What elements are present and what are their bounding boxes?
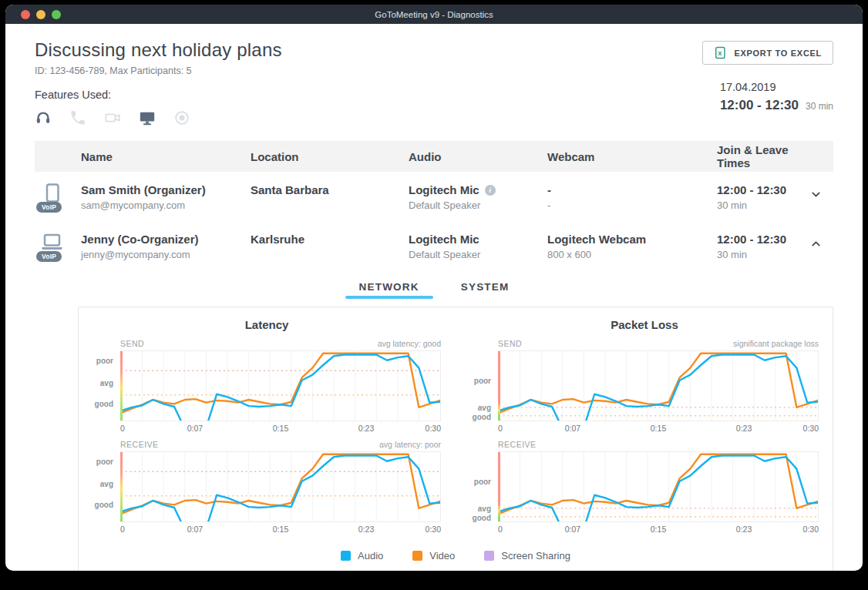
audio-device: Logitech Mic <box>409 233 547 246</box>
column-header-times: Join & Leave Times <box>717 143 809 169</box>
x-axis-labels: 00:070:150:230:30 <box>120 421 441 434</box>
plot-direction-label: SEND <box>498 339 522 348</box>
webcam-device: Logitech Webcam <box>547 233 717 246</box>
packet-loss-chart-group: Packet Loss SEND significant package los… <box>470 318 819 541</box>
plot-direction-label: RECEIVE <box>498 440 537 449</box>
tab-network[interactable]: NETWORK <box>356 281 422 299</box>
chevron-down-icon <box>809 188 823 201</box>
phone-icon <box>69 109 86 126</box>
column-header-webcam: Webcam <box>547 150 717 163</box>
plot-annotation: significant package loss <box>733 339 819 348</box>
x-axis-tick: 0:15 <box>651 424 666 433</box>
audio-device: Logitech Mic <box>409 183 479 196</box>
session-datetime: 17.04.2019 12:00 - 12:30 30 min <box>720 81 833 113</box>
participant-email: jenny@mycompany.com <box>81 249 251 260</box>
y-axis-label: avg <box>478 403 491 411</box>
quality-gradient-bar <box>120 351 123 421</box>
x-axis-tick: 0:30 <box>426 525 441 534</box>
x-axis-tick: 0:07 <box>187 424 203 433</box>
app-window: GoToMeeting v9 - Diagnostics Discussing … <box>5 5 863 571</box>
chart-plot: pooravggood <box>120 451 441 522</box>
chart-plot: pooravggood <box>498 451 819 522</box>
quality-gradient-bar <box>498 452 500 521</box>
join-leave-time: 12:00 - 12:30 <box>717 233 809 246</box>
x-axis-labels: 00:070:150:230:30 <box>120 522 441 535</box>
table-row[interactable]: VoIP Sam Smith (Organizer) sam@mycompany… <box>35 172 833 221</box>
webcam-device: - <box>547 183 717 196</box>
minimize-window-icon[interactable] <box>36 10 45 19</box>
audio-swatch <box>341 551 351 561</box>
latency-send-chart: SEND avg latency: good pooravggood 00:07… <box>93 339 441 434</box>
maximize-window-icon[interactable] <box>52 10 61 19</box>
tab-system[interactable]: SYSTEM <box>458 281 513 299</box>
headset-icon <box>35 109 52 126</box>
x-axis-tick: 0:15 <box>273 525 288 534</box>
participant-location: Santa Barbara <box>251 183 409 196</box>
excel-file-icon: x <box>714 46 727 59</box>
x-axis-tick: 0:30 <box>426 424 441 433</box>
x-axis-tick: 0:07 <box>187 525 203 534</box>
network-diagnostics-panel: Latency SEND avg latency: good pooravggo… <box>78 307 833 571</box>
y-axis-labels: pooravggood <box>93 351 117 421</box>
y-axis-label: poor <box>96 457 113 465</box>
column-header-name: Name <box>81 150 251 163</box>
legend-item-video: Video <box>412 550 455 562</box>
x-axis-tick: 0:23 <box>736 424 752 433</box>
export-to-excel-button[interactable]: x EXPORT TO EXCEL <box>702 41 833 65</box>
legend-item-screen-sharing: Screen Sharing <box>484 550 570 562</box>
join-leave-time: 12:00 - 12:30 <box>717 183 809 196</box>
info-icon[interactable]: i <box>485 185 496 196</box>
chevron-up-icon <box>809 237 823 250</box>
y-axis-label: good <box>473 513 491 521</box>
webcam-resolution: 800 x 600 <box>547 249 717 260</box>
voip-badge: VoIP <box>36 251 62 263</box>
x-axis-tick: 0:30 <box>803 525 819 534</box>
expand-row-button[interactable] <box>809 188 833 204</box>
y-axis-label: poor <box>474 477 491 485</box>
device-phone-icon: VoIP <box>39 182 66 210</box>
webcam-resolution: - <box>547 199 717 211</box>
features-label: Features Used: <box>35 89 833 101</box>
session-date: 17.04.2019 <box>720 81 833 93</box>
window-controls <box>21 10 61 19</box>
plot-direction-label: SEND <box>120 339 144 348</box>
y-axis-label: good <box>95 501 113 509</box>
y-axis-label: poor <box>96 356 113 364</box>
voip-badge: VoIP <box>36 202 62 213</box>
y-axis-label: good <box>473 412 491 421</box>
x-axis-tick: 0:23 <box>358 525 374 534</box>
packet-loss-send-chart: SEND significant package loss pooravggoo… <box>470 339 819 434</box>
y-axis-labels: pooravggood <box>93 452 117 521</box>
webcam-icon <box>104 109 121 126</box>
x-axis-tick: 0 <box>120 525 125 534</box>
meeting-meta: ID: 123-456-789, Max Participants: 5 <box>35 65 833 76</box>
y-axis-label: avg <box>100 479 113 488</box>
session-time: 12:00 - 12:30 <box>720 98 799 113</box>
plot-annotation: avg latency: poor <box>379 440 441 449</box>
quality-gradient-bar <box>120 452 123 521</box>
screen-sharing-swatch <box>484 551 494 561</box>
table-header: Name Location Audio Webcam Join & Leave … <box>35 141 833 172</box>
x-axis-tick: 0 <box>498 525 503 534</box>
table-row[interactable]: VoIP Jenny (Co-Organizer) jenny@mycompan… <box>35 221 833 270</box>
column-header-location: Location <box>251 150 409 163</box>
participant-name: Sam Smith (Organizer) <box>81 183 251 196</box>
y-axis-labels: pooravggood <box>471 351 495 421</box>
plot-annotation: avg latency: good <box>378 339 441 348</box>
export-button-label: EXPORT TO EXCEL <box>734 49 822 58</box>
title-bar[interactable]: GoToMeeting v9 - Diagnostics <box>5 5 863 24</box>
audio-output-device: Default Speaker <box>409 199 547 211</box>
y-axis-labels: pooravggood <box>471 452 495 521</box>
audio-output-device: Default Speaker <box>409 249 547 260</box>
latency-chart-group: Latency SEND avg latency: good pooravggo… <box>93 318 441 541</box>
screen-share-icon <box>139 109 156 126</box>
x-axis-tick: 0 <box>498 424 503 433</box>
collapse-row-button[interactable] <box>809 237 833 253</box>
x-axis-tick: 0:07 <box>565 525 580 534</box>
video-swatch <box>412 551 422 561</box>
device-laptop-icon: VoIP <box>39 231 66 259</box>
close-window-icon[interactable] <box>21 10 30 19</box>
chart-title: Latency <box>93 318 441 331</box>
features-used: Features Used: <box>35 89 833 127</box>
row-duration: 30 min <box>717 249 809 260</box>
